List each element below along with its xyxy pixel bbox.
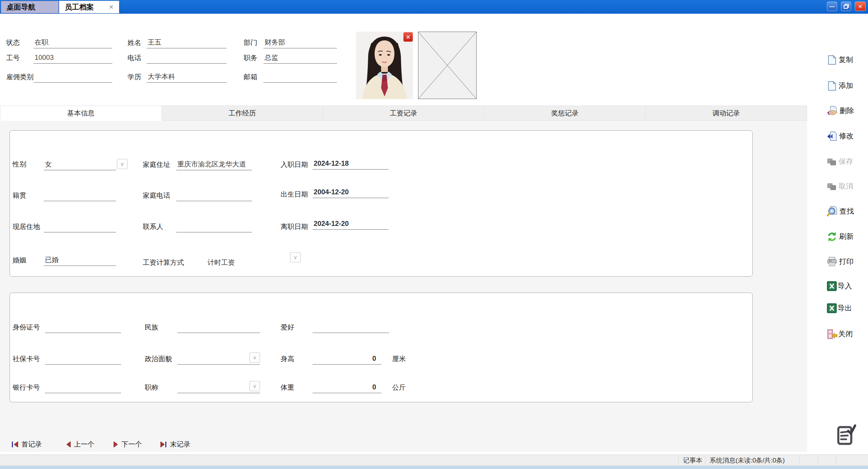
hire-date-field[interactable]: 2024-12-18: [313, 158, 389, 170]
button-label: 末记录: [170, 440, 190, 449]
tab-label: 桌面导航: [6, 2, 35, 12]
button-label: 保存: [839, 157, 853, 166]
status-field[interactable]: 在职: [34, 37, 112, 48]
salary-method-dropdown-button[interactable]: ∨: [290, 252, 301, 263]
birth-date-field[interactable]: 2004-12-20: [313, 187, 389, 198]
refresh-button[interactable]: 刷新: [827, 231, 854, 242]
photo-placeholder-box[interactable]: [418, 32, 477, 99]
print-button[interactable]: 打印: [827, 256, 854, 267]
department-field[interactable]: 财务部: [263, 37, 337, 48]
tab-basic-info[interactable]: 基本信息: [0, 106, 162, 121]
document-add-icon: [827, 81, 837, 91]
tab-close-icon[interactable]: ×: [102, 3, 113, 11]
next-record-button[interactable]: 下一个: [113, 439, 142, 450]
delete-hand-icon: [827, 106, 838, 116]
home-phone-field[interactable]: [176, 190, 252, 201]
import-button[interactable]: 导入: [827, 280, 852, 292]
job-title-label: 职称: [145, 382, 158, 393]
emp-id-field[interactable]: 10003: [34, 53, 112, 64]
chevron-down-icon: ∨: [253, 383, 257, 389]
copy-button[interactable]: 复制: [827, 54, 853, 66]
phone-field[interactable]: [147, 53, 227, 64]
status-bar: 记事本 系统消息(未读:0条/共:0条) ⠿: [0, 455, 868, 466]
excel-import-icon: [827, 281, 837, 291]
tab-desktop-navigation[interactable]: 桌面导航: [1, 1, 59, 13]
tab-label: 员工档案: [65, 2, 94, 12]
email-field[interactable]: [263, 72, 337, 83]
chevron-down-icon: ∨: [120, 161, 124, 167]
gender-field[interactable]: 女: [44, 159, 116, 170]
name-label: 姓名: [128, 37, 141, 48]
ethnicity-label: 民族: [145, 322, 158, 333]
close-button[interactable]: ✕: [855, 2, 866, 11]
export-button[interactable]: 导出: [827, 303, 852, 314]
tab-employee-records[interactable]: 员工档案 ×: [59, 1, 119, 13]
previous-record-icon: [65, 441, 71, 448]
employee-records-window: 桌面导航 员工档案 × — ✕ 状态 在职 工号 10003 雇佣类别 姓名 王…: [0, 0, 868, 469]
minimize-button[interactable]: —: [827, 2, 837, 11]
close-form-button[interactable]: 关闭: [827, 328, 853, 340]
political-status-field[interactable]: [177, 354, 260, 365]
weight-label: 体重: [281, 382, 294, 393]
job-title-dropdown-button[interactable]: ∨: [249, 381, 260, 391]
cancel-icon: [827, 181, 837, 191]
bank-card-field[interactable]: [45, 382, 121, 393]
button-label: 下一个: [121, 440, 142, 449]
button-label: 修改: [839, 131, 854, 141]
position-field[interactable]: 总监: [263, 53, 337, 64]
hobby-field[interactable]: [313, 322, 389, 333]
next-record-icon: [113, 441, 119, 448]
system-message-cell: 系统消息(未读:0条/共:0条): [710, 456, 785, 465]
button-label: 复制: [839, 55, 853, 65]
leave-date-label: 离职日期: [281, 221, 308, 232]
last-record-button[interactable]: 末记录: [160, 439, 190, 450]
gender-dropdown-button[interactable]: ∨: [117, 159, 128, 169]
leave-date-field[interactable]: 2024-12-20: [313, 219, 389, 230]
job-title-field[interactable]: [177, 382, 260, 393]
button-label: 刷新: [839, 232, 854, 242]
last-record-icon: [160, 441, 167, 448]
notepad-launcher[interactable]: [835, 423, 857, 449]
tab-salary-records[interactable]: 工资记录: [323, 106, 485, 121]
save-icon: [827, 157, 837, 166]
id-number-field[interactable]: [45, 322, 121, 333]
delete-button[interactable]: 删除: [827, 105, 854, 117]
modify-button[interactable]: 修改: [827, 130, 854, 142]
id-number-label: 身份证号: [13, 322, 40, 333]
button-label: 添加: [839, 81, 853, 91]
save-button[interactable]: 保存: [827, 156, 853, 167]
marital-status-field[interactable]: 已婚: [44, 255, 116, 266]
email-label: 邮箱: [244, 72, 257, 83]
refresh-icon: [827, 232, 837, 242]
political-status-dropdown-button[interactable]: ∨: [249, 352, 260, 363]
first-record-button[interactable]: 首记录: [11, 439, 42, 450]
first-record-icon: [11, 441, 19, 448]
height-unit-label: 厘米: [392, 354, 406, 365]
tab-label: 工资记录: [390, 109, 417, 118]
tab-reward-punishment[interactable]: 奖惩记录: [484, 106, 646, 121]
restore-button[interactable]: [841, 2, 851, 11]
tab-work-history[interactable]: 工作经历: [162, 106, 323, 121]
tab-label: 基本信息: [67, 109, 94, 118]
photo-delete-button[interactable]: ✕: [403, 32, 413, 42]
notepad-status-cell: 记事本: [683, 456, 702, 465]
salary-method-field[interactable]: 计时工资: [207, 257, 235, 268]
education-field[interactable]: 大学本科: [147, 72, 227, 83]
name-field[interactable]: 王五: [147, 37, 227, 48]
contact-person-field[interactable]: [176, 221, 252, 232]
social-security-field[interactable]: [45, 354, 121, 365]
status-label: 状态: [6, 37, 20, 48]
ethnicity-field[interactable]: [177, 322, 260, 333]
native-place-field[interactable]: [44, 190, 116, 201]
emp-type-field[interactable]: [34, 72, 112, 83]
height-field[interactable]: 0: [313, 354, 381, 365]
weight-field[interactable]: 0: [313, 382, 381, 393]
print-icon: [827, 257, 837, 267]
find-button[interactable]: 查找: [827, 206, 854, 217]
tab-transfer-records[interactable]: 调动记录: [646, 106, 807, 121]
previous-record-button[interactable]: 上一个: [65, 439, 94, 450]
home-address-field[interactable]: 重庆市渝北区龙华大道: [176, 159, 252, 170]
cancel-button[interactable]: 取消: [827, 181, 853, 192]
add-button[interactable]: 添加: [827, 80, 853, 91]
current-residence-field[interactable]: [44, 221, 116, 232]
